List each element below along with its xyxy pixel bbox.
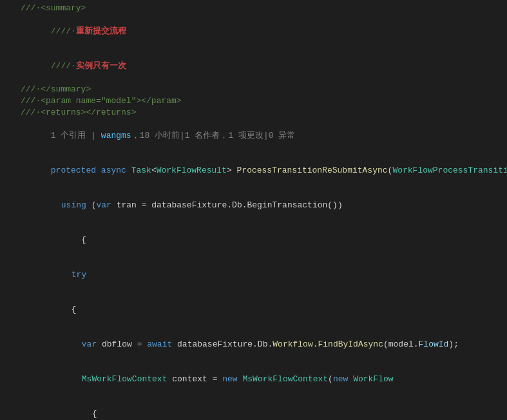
line-meta: 1 个引用 | wangms，18 小时前|1 名作者，1 项更改|0 异常: [0, 119, 507, 153]
line-3: ////·实例只有一次: [0, 49, 507, 84]
line-4: ///·</summary>: [0, 84, 507, 95]
line-try: try: [0, 258, 507, 292]
line-brace2: {: [0, 292, 507, 327]
method-signature: protected async Task<WorkFlowResult> Pro…: [0, 153, 507, 188]
line-ms-context: MsWorkFlowContext context = new MsWorkFl…: [0, 362, 507, 397]
line-brace3: {: [0, 397, 507, 420]
line-1: ///·<summary>: [0, 3, 507, 14]
line-using: using (var tran = databaseFixture.Db.Beg…: [0, 188, 507, 223]
line-brace1: {: [0, 223, 507, 258]
line-5: ///·<param name="model"></param>: [0, 95, 507, 107]
line-dbflow: var dbflow = await databaseFixture.Db.Wo…: [0, 327, 507, 362]
line-6: ///·<returns></returns>: [0, 107, 507, 119]
code-editor: ///·<summary> ////·重新提交流程 ////·实例只有一次 //…: [0, 0, 507, 420]
line-2: ////·重新提交流程: [0, 14, 507, 49]
